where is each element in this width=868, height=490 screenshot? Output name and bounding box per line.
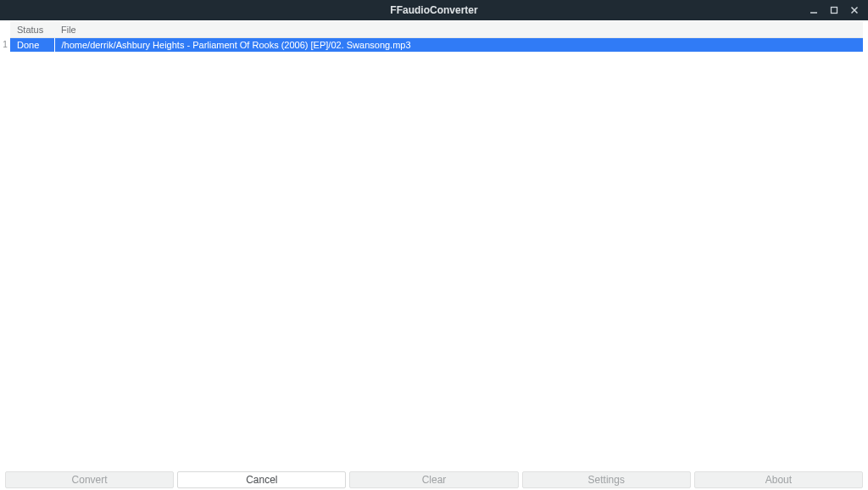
table-row[interactable]: 1 Done /home/derrik/Ashbury Heights - Pa… (0, 38, 863, 53)
settings-button[interactable]: Settings (522, 471, 691, 488)
maximize-icon[interactable] (827, 0, 841, 20)
close-icon[interactable] (848, 0, 861, 20)
file-table-container: Status File 1 Done /home/derrik/Ashbury … (0, 20, 868, 470)
about-button[interactable]: About (694, 471, 863, 488)
status-column-header[interactable]: Status (10, 22, 54, 38)
clear-button[interactable]: Clear (349, 471, 518, 488)
table-header-row: Status File (0, 22, 863, 38)
file-table[interactable]: Status File 1 Done /home/derrik/Ashbury … (0, 22, 863, 52)
content-area: Status File 1 Done /home/derrik/Ashbury … (0, 20, 868, 490)
status-cell: Done (10, 38, 54, 53)
window-controls (802, 0, 866, 20)
rownum-column-header (0, 22, 10, 38)
cancel-button[interactable]: Cancel (177, 471, 346, 488)
window-titlebar: FFaudioConverter (0, 0, 868, 20)
window-title: FFaudioConverter (390, 4, 477, 16)
row-number: 1 (0, 38, 10, 53)
footer-toolbar: Convert Cancel Clear Settings About (0, 470, 868, 490)
file-cell: /home/derrik/Ashbury Heights - Parliamen… (54, 38, 863, 53)
file-column-header[interactable]: File (54, 22, 863, 38)
convert-button[interactable]: Convert (5, 471, 174, 488)
svg-rect-1 (832, 8, 837, 14)
minimize-icon[interactable] (807, 0, 821, 20)
